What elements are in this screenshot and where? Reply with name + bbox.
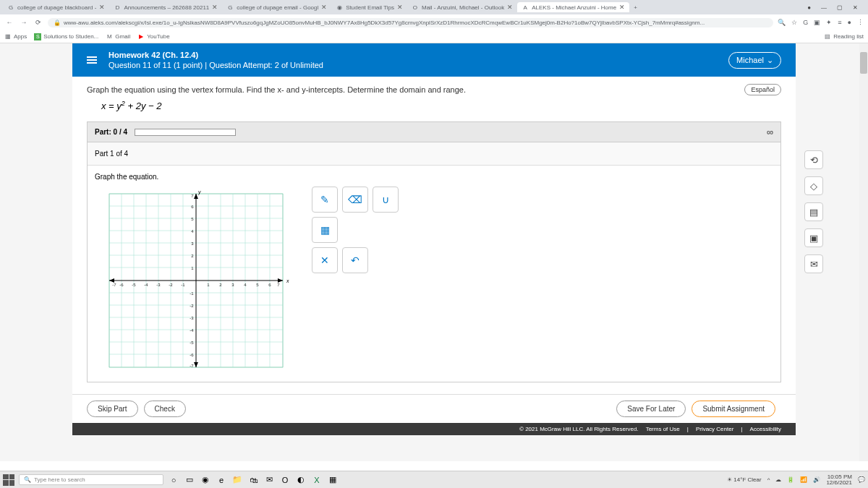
list-icon: ▤ <box>824 33 831 40</box>
coordinate-plane[interactable]: x y -6-5-4-3-2-1 123456 1234567 -1-2-3-4… <box>95 187 297 374</box>
svg-text:-4: -4 <box>144 283 148 287</box>
tab-label: college of dupage email - Googl <box>237 4 318 11</box>
store-icon[interactable]: 🛍 <box>247 474 259 486</box>
parabola-tool[interactable]: ∪ <box>373 187 399 213</box>
readinglist-icon[interactable]: ≡ <box>838 19 841 26</box>
mail-icon[interactable]: ✉ <box>804 254 823 273</box>
question-prompt: Graph the equation using the vertex form… <box>87 85 781 94</box>
scrollbar-thumb[interactable] <box>860 52 867 74</box>
close-icon[interactable]: ✕ <box>397 4 403 11</box>
undo-tool[interactable]: ↶ <box>342 247 368 273</box>
onedrive-icon[interactable]: ☁ <box>775 476 781 483</box>
office-icon[interactable]: O <box>279 474 291 486</box>
translate-icon[interactable]: G <box>803 19 808 26</box>
svg-text:x: x <box>286 278 289 283</box>
skip-part-button[interactable]: Skip Part <box>87 401 138 417</box>
explorer-icon[interactable]: 📁 <box>231 474 243 486</box>
tab-5-active[interactable]: AALEKS - Michael Anzuini - Home✕ <box>517 2 629 12</box>
reading-list-label: Reading list <box>833 33 864 40</box>
reading-list-button[interactable]: ▤Reading list <box>824 33 864 40</box>
maximize-icon[interactable]: ▢ <box>837 4 843 11</box>
graph-tool-palette: ✎ ⌫ ∪ ▦ ✕ ↶ <box>312 187 399 273</box>
search-icon: 🔍 <box>24 476 31 483</box>
puzzle-icon[interactable]: ✦ <box>826 19 832 26</box>
profile-icon[interactable]: ● <box>848 19 851 26</box>
favicon-icon: G <box>226 4 234 11</box>
bookmark-item[interactable]: MGmail <box>106 33 130 40</box>
tab-0[interactable]: Gcollege of dupage blackboard - ✕ <box>3 2 109 12</box>
save-for-later-button[interactable]: Save For Later <box>616 401 686 417</box>
forward-icon[interactable]: → <box>19 19 29 26</box>
svg-text:-4: -4 <box>190 328 194 333</box>
clock[interactable]: 10:05 PM 12/6/2021 <box>826 474 852 486</box>
menu-icon[interactable]: ⋮ <box>857 19 864 26</box>
close-icon[interactable]: ✕ <box>507 4 513 11</box>
start-button[interactable] <box>3 474 14 486</box>
tab-label: ALEKS - Michael Anzuini - Home <box>532 4 616 11</box>
url-text: www-awu.aleks.com/alekscgi/x/Isl.exe/1o_… <box>64 20 705 26</box>
eraser-tool[interactable]: ⌫ <box>342 187 368 213</box>
back-icon[interactable]: ← <box>4 19 14 26</box>
language-toggle[interactable]: Español <box>744 84 781 95</box>
close-window-icon[interactable]: ✕ <box>853 4 858 11</box>
loop-icon[interactable]: ∞ <box>767 127 773 137</box>
chevron-down-icon: ⌄ <box>767 56 773 65</box>
user-badge[interactable]: Michael ⌄ <box>728 52 781 69</box>
mail-icon[interactable]: ✉ <box>263 474 275 486</box>
side-tool-rail: ⟲ ◇ ▤ ▣ ✉ <box>804 150 823 273</box>
close-icon[interactable]: ✕ <box>212 4 218 11</box>
submit-assignment-button[interactable]: Submit Assignment <box>692 401 775 417</box>
notes-icon[interactable]: ▤ <box>804 202 823 221</box>
new-tab-button[interactable]: + <box>629 3 642 12</box>
footer-link[interactable]: Privacy Center <box>696 426 733 432</box>
tab-3[interactable]: ◉Student Email Tips✕ <box>331 2 407 12</box>
scrollbar[interactable] <box>859 43 868 461</box>
check-button[interactable]: Check <box>144 401 186 417</box>
taskbar-search[interactable]: 🔍 Type here to search <box>19 474 163 485</box>
footer-link[interactable]: Terms of Use <box>646 426 680 432</box>
windows-taskbar: 🔍 Type here to search ○ ▭ ◉ e 📁 🛍 ✉ O ◐ … <box>0 471 868 488</box>
app-icon[interactable]: ▦ <box>327 474 339 486</box>
close-icon[interactable]: ✕ <box>99 4 105 11</box>
tab-4[interactable]: OMail - Anzuini, Michael - Outlook✕ <box>407 2 517 12</box>
minimize-icon[interactable]: — <box>821 4 827 11</box>
tab-1[interactable]: DAnnouncements – 262688 20211✕ <box>109 2 222 12</box>
extension-icon[interactable]: ▣ <box>814 19 820 26</box>
clear-tool[interactable]: ✕ <box>312 247 338 273</box>
bookmark-item[interactable]: ▶YouTube <box>137 33 169 40</box>
notifications-icon[interactable]: 💬 <box>858 476 865 483</box>
diamond-icon[interactable]: ◇ <box>804 176 823 195</box>
chrome-icon[interactable]: ◉ <box>200 474 211 486</box>
cortana-icon[interactable]: ○ <box>168 474 179 486</box>
gmail-icon: M <box>106 33 113 40</box>
search-icon[interactable]: 🔍 <box>778 19 786 26</box>
volume-icon[interactable]: 🔊 <box>813 476 820 483</box>
pencil-tool[interactable]: ✎ <box>312 187 338 213</box>
apps-button[interactable]: ▦Apps <box>4 33 27 40</box>
star-icon[interactable]: ☆ <box>791 19 797 26</box>
taskview-icon[interactable]: ▭ <box>184 474 195 486</box>
close-icon[interactable]: ✕ <box>321 4 327 11</box>
url-field[interactable]: 🔒 www-awu.aleks.com/alekscgi/x/Isl.exe/1… <box>48 18 773 27</box>
discord-icon[interactable]: ◐ <box>295 474 307 486</box>
favicon-icon: G <box>7 4 14 11</box>
bookmark-item[interactable]: SSolutions to Studen... <box>34 33 98 40</box>
battery-icon[interactable]: 🔋 <box>787 476 794 483</box>
close-icon[interactable]: ✕ <box>619 4 625 11</box>
edge-icon[interactable]: e <box>216 474 227 486</box>
account-icon[interactable]: ● <box>807 4 811 11</box>
excel-icon[interactable]: X <box>311 474 323 486</box>
footer-link[interactable]: Accessibility <box>749 426 781 432</box>
reload-icon[interactable]: ⟳ <box>33 19 43 26</box>
reset-icon[interactable]: ⟲ <box>804 150 823 169</box>
tray-chevron-icon[interactable]: ^ <box>767 476 770 483</box>
hamburger-icon[interactable] <box>87 56 97 64</box>
tab-2[interactable]: Gcollege of dupage email - Googl✕ <box>222 2 331 12</box>
fill-tool[interactable]: ▦ <box>312 217 338 243</box>
homework-title: Homework 42 (Ch. 12.4) <box>109 51 728 59</box>
action-row: Skip Part Check Save For Later Submit As… <box>72 394 796 423</box>
tab-label: college of dupage blackboard - <box>17 4 96 11</box>
weather-widget[interactable]: ☀ 14°F Clear <box>727 476 762 483</box>
calculator-icon[interactable]: ▣ <box>804 228 823 247</box>
wifi-icon[interactable]: 📶 <box>800 476 807 483</box>
